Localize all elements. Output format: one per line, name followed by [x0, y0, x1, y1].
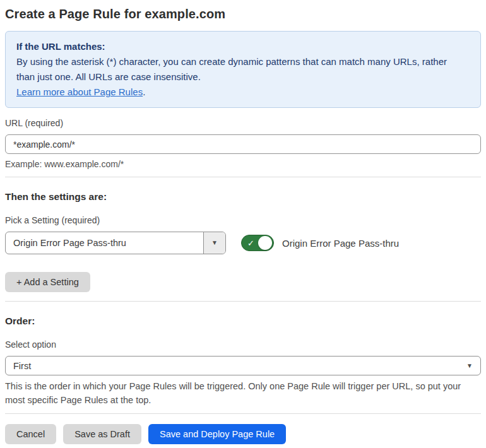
cancel-button[interactable]: Cancel	[5, 424, 56, 444]
check-icon: ✓	[247, 239, 254, 247]
chevron-down-icon: ▼	[466, 363, 473, 369]
info-box-link-line: Learn more about Page Rules.	[16, 85, 470, 100]
url-match-info-box: If the URL matches: By using the asteris…	[5, 31, 481, 108]
origin-error-toggle[interactable]: ✓	[241, 235, 274, 251]
divider	[5, 413, 481, 414]
save-deploy-button[interactable]: Save and Deploy Page Rule	[148, 424, 286, 444]
save-draft-button[interactable]: Save as Draft	[63, 424, 141, 444]
setting-row: Origin Error Page Pass-thru ▼ ✓ Origin E…	[5, 232, 481, 254]
pick-setting-label: Pick a Setting (required)	[5, 214, 481, 227]
action-bar: Cancel Save as Draft Save and Deploy Pag…	[5, 424, 481, 444]
add-setting-button[interactable]: + Add a Setting	[5, 272, 90, 292]
setting-dropdown-value: Origin Error Page Pass-thru	[6, 232, 203, 254]
learn-more-link[interactable]: Learn more about Page Rules	[16, 86, 143, 97]
url-example-helper: Example: www.example.com/*	[5, 158, 481, 170]
page-title: Create a Page Rule for example.com	[5, 6, 481, 22]
url-field-label: URL (required)	[5, 117, 481, 129]
toggle-knob	[258, 236, 272, 250]
create-page-rule-form: Create a Page Rule for example.com If th…	[0, 0, 486, 444]
order-section-heading: Order:	[5, 314, 481, 328]
info-box-heading: If the URL matches:	[16, 39, 470, 54]
divider	[5, 177, 481, 177]
select-option-label: Select option	[5, 338, 481, 351]
link-suffix: .	[143, 86, 145, 97]
setting-dropdown-button[interactable]: ▼	[203, 232, 225, 254]
info-box-body: By using the asterisk (*) character, you…	[16, 54, 468, 85]
order-helper-text: This is the order in which your Page Rul…	[5, 379, 478, 407]
url-input[interactable]	[5, 134, 481, 154]
order-select-value: First	[13, 361, 466, 371]
chevron-down-icon: ▼	[211, 240, 218, 246]
order-select[interactable]: First ▼	[5, 356, 481, 375]
setting-dropdown[interactable]: Origin Error Page Pass-thru ▼	[5, 232, 226, 254]
settings-section-heading: Then the settings are:	[5, 190, 481, 204]
toggle-label: Origin Error Page Pass-thru	[282, 238, 399, 249]
divider	[5, 301, 481, 302]
